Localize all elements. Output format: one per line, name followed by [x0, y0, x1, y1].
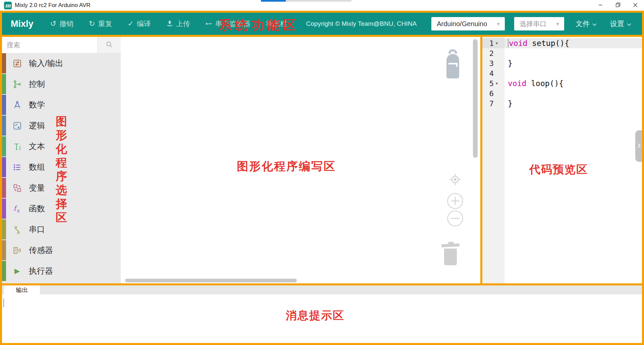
mixly-brand[interactable]: Mixly: [11, 19, 34, 29]
system-toolbar: Mixly ↺ 撤销 ↻ 重复 ✓ 编译 上传: [2, 13, 642, 35]
upload-icon: [166, 20, 173, 28]
array-icon: [11, 163, 23, 172]
code-line: 3 }: [482, 58, 642, 68]
toolbar-right-group: Copyright © Mixly Team@BNU, CHINA Arduin…: [306, 17, 633, 30]
io-icon: [11, 59, 23, 68]
settings-menu[interactable]: 设置: [608, 19, 633, 29]
sidebar-item-function[interactable]: f x 函数: [2, 198, 121, 219]
sidebar-item-sensor[interactable]: 传感器: [2, 240, 121, 261]
backpack-icon[interactable]: [442, 46, 464, 80]
redo-button[interactable]: ↻ 重复: [89, 19, 112, 28]
code-line: 6: [482, 88, 642, 98]
window-controls: [592, 0, 644, 11]
sidebar-item-io[interactable]: 输入/输出: [2, 53, 121, 74]
close-button[interactable]: [627, 0, 644, 11]
sidebar-item-math[interactable]: 数学: [2, 94, 121, 115]
category-color-bar: [2, 95, 6, 115]
math-compass-icon: [11, 100, 23, 110]
progress-strip-track: [286, 0, 352, 2]
chevron-down-icon: [592, 20, 597, 28]
code-line: 1▾ void setup(){: [482, 38, 642, 48]
sidebar-item-logic[interactable]: 逻辑: [2, 115, 121, 136]
panel-collapse-handle[interactable]: [635, 130, 642, 162]
code-line: 2: [482, 48, 642, 58]
search-input[interactable]: [2, 37, 97, 53]
serial-monitor-button[interactable]: 串口监视器: [206, 19, 251, 28]
category-color-bar: [2, 178, 6, 198]
code-line: 5▾ void loop(){: [482, 78, 642, 88]
redo-icon: ↻: [89, 20, 95, 27]
sidebar-item-text[interactable]: 文本: [2, 136, 121, 157]
center-blocks-button[interactable]: [448, 172, 463, 188]
fold-arrow-icon[interactable]: ▾: [494, 41, 500, 46]
block-category-sidebar: 输入/输出 控制: [2, 37, 121, 283]
trash-button[interactable]: [440, 240, 461, 267]
play-icon: ▶: [11, 267, 23, 275]
app-frame: Mixly ↺ 撤销 ↻ 重复 ✓ 编译 上传: [0, 11, 644, 345]
main-area: 输入/输出 控制: [2, 37, 642, 283]
chevron-down-icon: [627, 20, 631, 28]
category-color-bar: [2, 157, 6, 177]
crosshair-icon: [448, 183, 463, 188]
category-color-bar: [2, 53, 6, 73]
statusbar-button[interactable]: 状态栏: [266, 19, 287, 28]
svg-text:x: x: [17, 207, 20, 213]
serial-cable-icon: [11, 225, 23, 234]
canvas-vertical-scrollbar[interactable]: [473, 39, 478, 158]
category-color-bar: [2, 136, 6, 156]
sidebar-item-variable[interactable]: 变量: [2, 178, 121, 198]
minimize-button[interactable]: [592, 0, 609, 11]
zoom-in-button[interactable]: [446, 192, 464, 211]
category-color-bar: [2, 261, 6, 281]
compile-button[interactable]: ✓ 编译: [127, 19, 151, 28]
upload-button[interactable]: 上传: [166, 19, 190, 28]
fold-arrow-icon[interactable]: ▾: [494, 81, 500, 86]
function-icon: f x: [11, 204, 23, 213]
undo-icon: ↺: [50, 20, 56, 27]
chevron-down-icon: ▼: [496, 21, 501, 27]
variable-icon: [11, 184, 23, 193]
code-line: 7 }: [482, 98, 642, 109]
file-menu[interactable]: 文件: [574, 19, 599, 29]
category-color-bar: [2, 240, 6, 260]
category-color-bar: [2, 199, 6, 219]
trash-icon: [440, 262, 461, 267]
sidebar-item-control[interactable]: 控制: [2, 74, 121, 94]
close-icon: [633, 3, 637, 8]
canvas-horizontal-scrollbar[interactable]: [125, 279, 297, 282]
port-select[interactable]: 选择串口 ▼: [514, 17, 564, 30]
category-color-bar: [2, 116, 6, 136]
message-output-area[interactable]: [2, 294, 642, 343]
output-tab[interactable]: 输出: [4, 285, 40, 294]
sidebar-item-actuator[interactable]: ▶ 执行器: [2, 261, 121, 281]
code-line: 4: [482, 68, 642, 78]
mixly-logo-icon: m: [4, 2, 12, 9]
logic-icon: [11, 121, 23, 130]
chevron-down-icon: ▼: [555, 21, 560, 27]
board-select[interactable]: Arduino/Genuino ▼: [431, 17, 505, 30]
zoom-out-button[interactable]: [446, 210, 464, 228]
search-icon: [106, 41, 113, 49]
serial-monitor-icon: [206, 20, 212, 28]
category-color-bar: [2, 74, 6, 94]
sensor-icon: [11, 246, 23, 255]
titlebar: m Mixly 2.0 rc2 For Arduino AVR: [0, 0, 644, 11]
restore-icon: [616, 3, 620, 8]
sidebar-item-array[interactable]: 数组: [2, 157, 121, 178]
progress-strip-loaded: [261, 0, 286, 2]
category-color-bar: [2, 219, 6, 239]
restore-button[interactable]: [609, 0, 627, 11]
minimize-icon: [598, 3, 602, 8]
mixly-app-window: m Mixly 2.0 rc2 For Arduino AVR: [0, 0, 644, 345]
blocks-canvas[interactable]: [121, 37, 480, 283]
code-preview-panel[interactable]: 1▾ void setup(){ 2 3 } 4 5▾ void loo: [482, 37, 642, 283]
search-button[interactable]: [97, 37, 121, 53]
search-row: [2, 37, 121, 53]
control-icon: [11, 80, 23, 89]
undo-button[interactable]: ↺ 撤销: [50, 19, 73, 28]
compile-check-icon: ✓: [127, 20, 133, 27]
window-title: Mixly 2.0 rc2 For Arduino AVR: [15, 2, 91, 9]
minus-icon: [446, 223, 464, 228]
sidebar-item-serial[interactable]: 串口: [2, 219, 121, 240]
chevron-right-icon: [637, 143, 641, 149]
